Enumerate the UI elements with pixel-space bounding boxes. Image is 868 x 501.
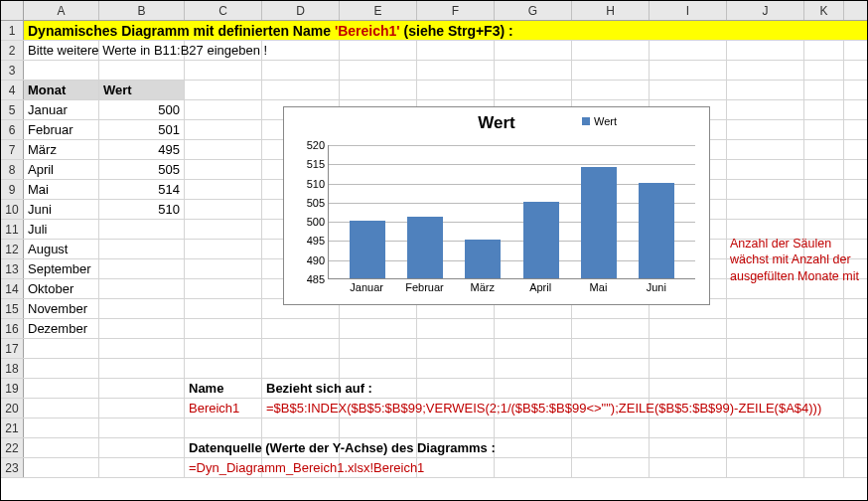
row-header-5[interactable]: 5: [1, 100, 24, 119]
cell-A6[interactable]: Februar: [24, 120, 99, 139]
col-header-H[interactable]: H: [572, 1, 650, 20]
cell-I21[interactable]: [650, 418, 727, 437]
cell-B19[interactable]: [99, 379, 185, 398]
cell-A12[interactable]: August: [24, 240, 99, 258]
cell-B6[interactable]: 501: [99, 120, 185, 139]
cell-C11[interactable]: [185, 220, 262, 239]
cell-J3[interactable]: [727, 61, 804, 80]
cell-A18[interactable]: [24, 359, 99, 378]
cell-K2[interactable]: [804, 41, 844, 60]
cell-C15[interactable]: [185, 299, 262, 318]
cell-E17[interactable]: [340, 339, 417, 358]
cell-F16[interactable]: [417, 319, 495, 338]
cell-A11[interactable]: Juli: [24, 220, 99, 239]
cell-A20[interactable]: [24, 399, 99, 418]
cell-C20[interactable]: Bereich1: [185, 399, 262, 418]
cell-G2[interactable]: [495, 41, 572, 60]
cell-F18[interactable]: [417, 359, 495, 378]
cell-K23[interactable]: [804, 458, 844, 477]
cell-A2[interactable]: Bitte weitere Werte in B11:B27 eingeben …: [24, 41, 99, 60]
cell-J21[interactable]: [727, 418, 804, 437]
col-header-I[interactable]: I: [650, 1, 727, 20]
cell-C9[interactable]: [185, 180, 262, 199]
cell-C12[interactable]: [185, 240, 262, 258]
row-header-14[interactable]: 14: [1, 279, 24, 298]
cell-I19[interactable]: [650, 379, 727, 398]
cell-A14[interactable]: Oktober: [24, 279, 99, 298]
cell-K22[interactable]: [804, 438, 844, 457]
chart[interactable]: Wert Wert 485490495500505510515520 Janua…: [283, 106, 710, 305]
col-header-J[interactable]: J: [727, 1, 804, 20]
cell-K4[interactable]: [804, 81, 844, 99]
cell-C5[interactable]: [185, 100, 262, 119]
col-header-A[interactable]: A: [24, 1, 99, 20]
cell-D4[interactable]: [262, 81, 340, 99]
cell-B10[interactable]: 510: [99, 200, 185, 219]
row-header-20[interactable]: 20: [1, 399, 24, 418]
cell-K18[interactable]: [804, 359, 844, 378]
cell-F2[interactable]: [417, 41, 495, 60]
col-header-D[interactable]: D: [262, 1, 340, 20]
cell-G3[interactable]: [495, 61, 572, 80]
cell-B18[interactable]: [99, 359, 185, 378]
cell-H19[interactable]: [572, 379, 650, 398]
col-header-B[interactable]: B: [99, 1, 185, 20]
cell-A17[interactable]: [24, 339, 99, 358]
cell-A5[interactable]: Januar: [24, 100, 99, 119]
cell-F3[interactable]: [417, 61, 495, 80]
cell-C10[interactable]: [185, 200, 262, 219]
cell-E3[interactable]: [340, 61, 417, 80]
cell-I17[interactable]: [650, 339, 727, 358]
cell-B12[interactable]: [99, 240, 185, 258]
cell-H17[interactable]: [572, 339, 650, 358]
cell-C1[interactable]: [603, 21, 680, 40]
cell-H4[interactable]: [572, 81, 650, 99]
cell-H21[interactable]: [572, 418, 650, 437]
cell-A1[interactable]: Dynamisches Diagramm mit definierten Nam…: [24, 21, 517, 40]
cell-K8[interactable]: [804, 160, 844, 179]
cell-D3[interactable]: [262, 61, 340, 80]
row-header-17[interactable]: 17: [1, 339, 24, 358]
cell-K17[interactable]: [804, 339, 844, 358]
cell-I16[interactable]: [650, 319, 727, 338]
cell-C16[interactable]: [185, 319, 262, 338]
cell-F4[interactable]: [417, 81, 495, 99]
row-header-8[interactable]: 8: [1, 160, 24, 179]
cell-B13[interactable]: [99, 259, 185, 278]
cell-E21[interactable]: [340, 418, 417, 437]
cell-K7[interactable]: [804, 140, 844, 159]
col-header-E[interactable]: E: [340, 1, 417, 20]
cell-F17[interactable]: [417, 339, 495, 358]
cell-D17[interactable]: [262, 339, 340, 358]
cell-J6[interactable]: [727, 120, 804, 139]
cell-C6[interactable]: [185, 120, 262, 139]
cell-J19[interactable]: [727, 379, 804, 398]
cell-C23[interactable]: =Dyn_Diagramm_Bereich1.xlsx!Bereich1: [185, 458, 262, 477]
cell-C21[interactable]: [185, 418, 262, 437]
cell-C14[interactable]: [185, 279, 262, 298]
cell-A10[interactable]: Juni: [24, 200, 99, 219]
row-header-16[interactable]: 16: [1, 319, 24, 338]
cell-I3[interactable]: [650, 61, 727, 80]
cell-I23[interactable]: [650, 458, 727, 477]
row-header-15[interactable]: 15: [1, 299, 24, 318]
col-header-G[interactable]: G: [495, 1, 572, 20]
cell-J4[interactable]: [727, 81, 804, 99]
cell-C18[interactable]: [185, 359, 262, 378]
cell-J16[interactable]: [727, 319, 804, 338]
cell-A15[interactable]: November: [24, 299, 99, 318]
cell-H2[interactable]: [572, 41, 650, 60]
row-header-22[interactable]: 22: [1, 438, 24, 457]
cell-B8[interactable]: 505: [99, 160, 185, 179]
cell-I4[interactable]: [650, 81, 727, 99]
cell-F21[interactable]: [417, 418, 495, 437]
cell-E1[interactable]: [758, 21, 835, 40]
cell-K21[interactable]: [804, 418, 844, 437]
cell-J15[interactable]: [727, 299, 804, 318]
row-header-19[interactable]: 19: [1, 379, 24, 398]
cell-H22[interactable]: [572, 438, 650, 457]
col-header-K[interactable]: K: [804, 1, 844, 20]
cell-E18[interactable]: [340, 359, 417, 378]
cell-A23[interactable]: [24, 458, 99, 477]
cell-J23[interactable]: [727, 458, 804, 477]
